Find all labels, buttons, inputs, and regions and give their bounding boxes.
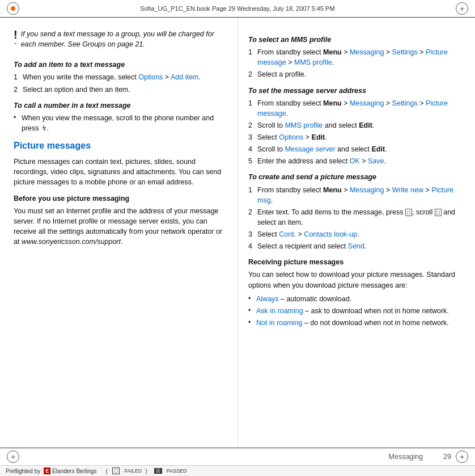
header-bar: + Sofia_UG_P1C_EN.book Page 29 Wednesday… [0,0,475,18]
heading-call-number: To call a number in a text message [14,100,227,111]
footer-section: Messaging [19,453,434,461]
elanders-icon: E [44,467,50,474]
create-step-4: 4 Select a recipient and select Send. [248,241,461,251]
heading-add-item: To add an item to a text message [14,60,227,70]
call-number-bullet: • When you view the message, scroll to t… [14,113,227,133]
mms-step-1: 1 From standby select Menu > Messaging >… [248,47,461,68]
server-step-3: 3 Select Options > Edit. [248,132,461,142]
header-title: Sofia_UG_P1C_EN.book Page 29 Wednesday, … [19,5,456,12]
section-receiving: Receiving picture messages You can selec… [248,257,461,328]
section-before-use: Before you use picture messaging You mus… [14,193,227,247]
main-content: ! • If you send a text message to a grou… [0,18,475,448]
passed-label: PASSED [167,468,187,474]
bullet-ask-roaming: • Ask in roaming – ask to download when … [248,306,461,316]
footer-bar: + Messaging 29 + [0,448,475,465]
section-add-item: To add an item to a text message 1 When … [14,60,227,94]
check-failed-icon: □ [112,467,120,474]
server-address-heading: To set the message server address [248,86,461,96]
picture-messages-body: Picture messages can contain text, pictu… [14,157,227,187]
info-icon: ! [14,29,18,40]
section-server-address: To set the message server address 1 From… [248,86,461,167]
before-use-body: You must set an Internet profile and the… [14,206,227,247]
footer-reg-right: + [456,450,468,463]
elanders-name: Elanders Berlings [52,468,96,474]
info-text: If you send a text message to a group, y… [21,29,227,49]
create-send-heading: To create and send a picture message [248,172,461,182]
bullet-dot: • [15,40,16,47]
receiving-body: You can select how to download your pict… [248,269,461,290]
right-column: To select an MMS profile 1 From standby … [238,18,475,448]
receiving-bullets: • Always – automatic download. • Ask in … [248,294,461,328]
before-use-heading: Before you use picture messaging [14,193,227,204]
check-passed-icon: ☒ [154,468,162,474]
bullet-always: • Always – automatic download. [248,294,461,304]
add-item-step-1: 1 When you write the message, select Opt… [14,72,227,82]
info-block: ! • If you send a text message to a grou… [14,29,227,53]
receiving-heading: Receiving picture messages [248,257,461,267]
add-item-step-2: 2 Select an option and then an item. [14,85,227,95]
section-mms-profile: To select an MMS profile 1 From standby … [248,35,461,80]
server-step-2: 2 Scroll to MMS profile and select Edit. [248,120,461,130]
section-call-number: To call a number in a text message • Whe… [14,100,227,133]
mms-profile-heading: To select an MMS profile [248,35,461,45]
page-container: + Sofia_UG_P1C_EN.book Page 29 Wednesday… [0,0,475,476]
create-step-3: 3 Select Cont. > Contacts look-up. [248,229,461,239]
left-column: ! • If you send a text message to a grou… [0,18,238,448]
header-reg-left: + [7,2,19,15]
mms-step-2: 2 Select a profile. [248,69,461,79]
footer-page: 29 [434,453,451,461]
preflight-bar: Preflighted by E Elanders Berlings ( □ F… [0,465,475,476]
failed-label: FAILED [124,468,142,474]
section-picture-messages: Picture messages Picture messages can co… [14,139,227,188]
server-step-5: 5 Enter the address and select OK > Save… [248,156,461,166]
bullet-not-roaming: • Not in roaming – do not download when … [248,318,461,328]
preflight-label: Preflighted by [6,468,40,474]
server-step-1: 1 From standby select Menu > Messaging >… [248,98,461,119]
server-step-4: 4 Scroll to Message server and select Ed… [248,144,461,154]
create-step-2: 2 Enter text. To add items to the messag… [248,207,461,228]
footer-reg-left: + [7,450,19,463]
header-reg-right: + [456,2,468,15]
section-create-send: To create and send a picture message 1 F… [248,172,461,251]
picture-messages-heading: Picture messages [14,139,227,152]
preflight-logo: E Elanders Berlings [44,467,96,474]
create-step-1: 1 From standby select Menu > Messaging >… [248,185,461,205]
